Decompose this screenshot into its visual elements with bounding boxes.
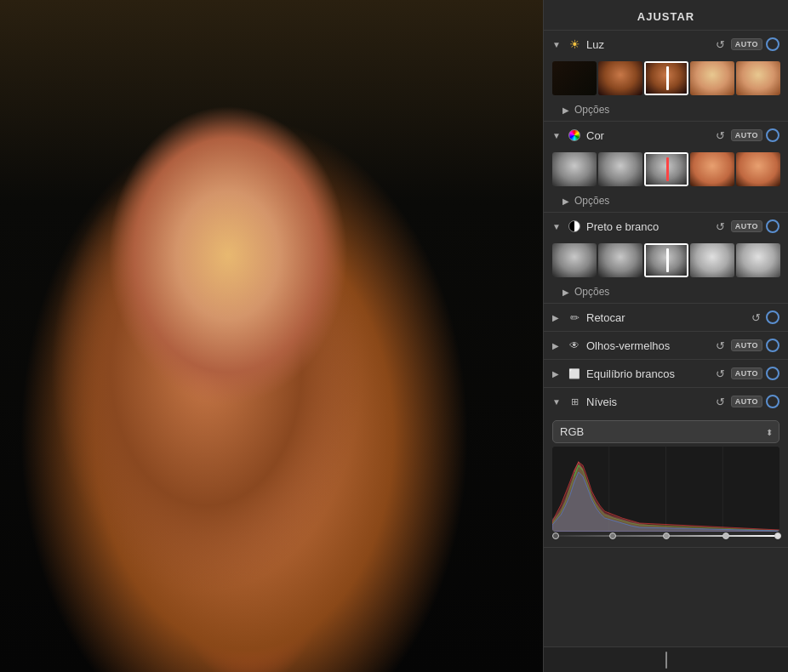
options-luz-chevron-icon: ▶	[562, 105, 569, 115]
section-olhos-header[interactable]: ▶ 👁 Olhos-vermelhos ↺ AUTO	[544, 332, 788, 359]
section-wb: ▶ ⬜ Equilíbrio brancos ↺ AUTO	[544, 360, 788, 388]
retocar-reset-icon[interactable]: ↺	[749, 311, 762, 324]
bottom-bar	[544, 646, 788, 672]
wb-reset-icon[interactable]: ↺	[714, 367, 728, 380]
options-cor-chevron-icon: ▶	[562, 196, 569, 206]
section-retocar: ▶ ✏ Retocar ↺	[544, 304, 788, 332]
olhos-reset-icon[interactable]: ↺	[714, 339, 728, 352]
levels-quarter-handle[interactable]	[609, 532, 616, 539]
photo-area	[0, 0, 543, 672]
retocar-toggle-button[interactable]	[766, 310, 779, 324]
chevron-pb-icon: ▼	[552, 222, 562, 231]
histogram	[552, 447, 779, 532]
panel-content[interactable]: ▼ ☀ Luz ↺ AUTO ▶	[544, 31, 788, 646]
channel-select[interactable]: RGB Vermelho Verde Azul Luminância	[552, 420, 779, 443]
thumb-cor-1[interactable]	[552, 152, 597, 186]
thumb-luz-1[interactable]	[552, 61, 597, 95]
section-pb-header[interactable]: ▼ Preto e branco ↺ AUTO	[544, 213, 788, 240]
thumb-luz-2[interactable]	[598, 61, 642, 95]
luz-reset-icon[interactable]: ↺	[714, 38, 728, 51]
thumb-cor-5[interactable]	[736, 152, 780, 186]
niveis-label: Níveis	[586, 396, 709, 408]
thumb-pb-3[interactable]	[644, 243, 688, 277]
thumb-luz-3[interactable]	[644, 61, 688, 95]
thumb-pb-2[interactable]	[598, 243, 642, 277]
section-luz-header[interactable]: ▼ ☀ Luz ↺ AUTO	[544, 31, 788, 58]
olhos-label: Olhos-vermelhos	[586, 339, 709, 352]
section-cor: ▼ Cor ↺ AUTO	[544, 122, 788, 213]
pb-auto-button[interactable]: AUTO	[731, 220, 762, 232]
niveis-toggle-button[interactable]	[766, 395, 779, 408]
niveis-reset-icon[interactable]: ↺	[714, 396, 728, 408]
thumb-luz-5[interactable]	[736, 61, 780, 95]
levels-track[interactable]	[552, 535, 779, 537]
options-pb-chevron-icon: ▶	[562, 288, 569, 297]
levels-shadow-handle[interactable]	[552, 532, 559, 539]
pb-thumb-strip	[544, 240, 788, 282]
scroll-handle	[665, 652, 667, 669]
pb-options-row[interactable]: ▶ Opções	[544, 282, 788, 303]
luz-controls: ↺ AUTO	[714, 37, 779, 51]
cor-thumb-strip	[544, 149, 788, 191]
section-olhos: ▶ 👁 Olhos-vermelhos ↺ AUTO	[544, 332, 788, 360]
thumb-cor-3[interactable]	[644, 152, 688, 186]
panel-header: AJUSTAR	[544, 0, 788, 31]
thumb-pb-4[interactable]	[690, 243, 734, 277]
bandage-icon: ✏	[568, 310, 581, 324]
thumb-cor-2[interactable]	[598, 152, 642, 186]
section-wb-header[interactable]: ▶ ⬜ Equilíbrio brancos ↺ AUTO	[544, 360, 788, 387]
section-niveis-header[interactable]: ▼ ⊞ Níveis ↺ AUTO	[544, 388, 788, 415]
cor-options-row[interactable]: ▶ Opções	[544, 191, 788, 212]
cor-label: Cor	[586, 129, 709, 142]
section-niveis: ▼ ⊞ Níveis ↺ AUTO RGB Vermelho Verde Azu…	[544, 388, 788, 548]
levels-three-quarter-handle[interactable]	[722, 532, 729, 539]
histogram-sliders	[544, 532, 788, 540]
pb-controls: ↺ AUTO	[714, 219, 779, 233]
adjust-panel: AJUSTAR ▼ ☀ Luz ↺ AUTO	[543, 0, 788, 672]
thumb-cor-4[interactable]	[690, 152, 734, 186]
cor-auto-button[interactable]: AUTO	[731, 129, 762, 141]
luz-thumb-strip	[544, 58, 788, 100]
section-luz: ▼ ☀ Luz ↺ AUTO ▶	[544, 31, 788, 122]
cor-options-label: Opções	[574, 195, 609, 207]
wb-auto-button[interactable]: AUTO	[731, 367, 762, 379]
section-retocar-header[interactable]: ▶ ✏ Retocar ↺	[544, 304, 788, 331]
chevron-cor-icon: ▼	[552, 131, 562, 140]
chevron-luz-icon: ▼	[552, 40, 562, 49]
levels-mid-handle[interactable]	[663, 532, 670, 539]
luz-toggle-button[interactable]	[766, 37, 779, 51]
olhos-auto-button[interactable]: AUTO	[731, 339, 762, 351]
thumb-pb-5[interactable]	[736, 243, 780, 277]
thumb-pb-1[interactable]	[552, 243, 597, 277]
niveis-auto-button[interactable]: AUTO	[731, 396, 762, 407]
olhos-toggle-button[interactable]	[766, 339, 779, 352]
pb-toggle-button[interactable]	[766, 219, 779, 233]
rgb-select-row: RGB Vermelho Verde Azul Luminância ⬍	[544, 415, 788, 447]
panel-title: AJUSTAR	[557, 10, 774, 23]
chevron-retocar-icon: ▶	[552, 313, 562, 322]
color-wheel-icon	[568, 128, 581, 142]
wb-icon: ⬜	[568, 367, 581, 380]
luz-options-row[interactable]: ▶ Opções	[544, 100, 788, 121]
luz-options-label: Opções	[574, 104, 609, 116]
section-cor-header[interactable]: ▼ Cor ↺ AUTO	[544, 122, 788, 149]
cor-toggle-button[interactable]	[766, 128, 779, 142]
chevron-olhos-icon: ▶	[552, 341, 562, 350]
chevron-niveis-icon: ▼	[552, 397, 562, 407]
cor-controls: ↺ AUTO	[714, 128, 779, 142]
half-circle-icon	[568, 219, 581, 233]
pb-label: Preto e branco	[586, 220, 709, 233]
wb-label: Equilíbrio brancos	[586, 367, 709, 380]
luz-auto-button[interactable]: AUTO	[731, 38, 762, 50]
wb-toggle-button[interactable]	[766, 367, 779, 380]
levels-grid-icon: ⊞	[568, 395, 581, 408]
cor-reset-icon[interactable]: ↺	[714, 129, 728, 142]
rgb-select-container[interactable]: RGB Vermelho Verde Azul Luminância ⬍	[552, 420, 779, 443]
eye-slash-icon: 👁	[568, 339, 581, 352]
thumb-luz-4[interactable]	[690, 61, 734, 95]
luz-label: Luz	[586, 38, 709, 51]
olhos-controls: ↺ AUTO	[714, 339, 779, 352]
pb-reset-icon[interactable]: ↺	[714, 220, 728, 233]
chevron-wb-icon: ▶	[552, 369, 562, 379]
levels-highlight-handle[interactable]	[774, 532, 781, 539]
